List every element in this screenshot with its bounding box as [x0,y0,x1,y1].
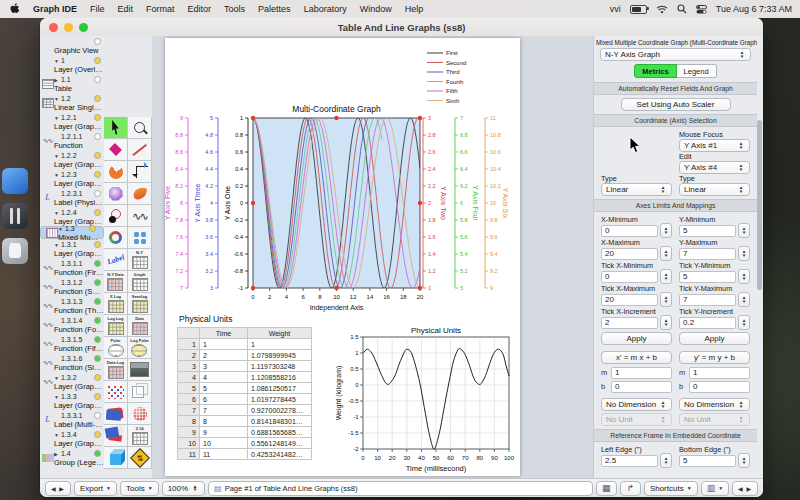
magnify-tool[interactable] [128,117,152,139]
menu-item-edit[interactable]: Edit [118,4,134,14]
dimension-select-right[interactable]: No Dimension [679,398,750,411]
tab-metrics[interactable]: Metrics [634,64,676,78]
arrow-tool[interactable] [104,117,128,139]
graph-tool[interactable]: Graph [128,271,152,293]
battery-icon[interactable] [630,5,647,14]
grid-view-button[interactable]: ▦ [596,481,617,496]
tree-item-1.1[interactable]: ▶1.1Table [40,74,104,93]
stepper[interactable] [738,315,750,330]
polygon-tool[interactable] [104,139,128,161]
tree-item-1.2[interactable]: ▼1.2Linear Single C... [40,93,104,112]
tick_y_maximum-field[interactable]: 7 [679,294,736,306]
folders-tool[interactable] [104,403,128,425]
status-dot[interactable] [94,152,101,159]
tree-item-1.2.2[interactable]: ▼1.2.2Layer (Graph D... [40,150,104,169]
status-dot[interactable] [94,431,101,438]
status-dot[interactable] [94,95,101,102]
arc-tool[interactable] [104,161,128,183]
status-dot[interactable] [94,336,101,343]
menu-item-help[interactable]: Help [405,4,424,14]
reference-book-dropdown[interactable]: ▥▼ [701,481,729,496]
tree-item-1.3.1.4[interactable]: ∿∿1.3.1.4Function (Fourth) [40,315,104,334]
mouse-focus-select[interactable]: Y Axis #1 [679,139,750,152]
tree-item-1.2.3.1[interactable]: L1.2.3.1Label (Physical ... [40,188,104,207]
tick_x_maximum-field[interactable]: 20 [601,294,658,306]
brush-stroke-tool[interactable] [128,183,152,205]
table-row[interactable]: 551.0861250517 [178,383,312,394]
line-tool[interactable] [128,139,152,161]
menu-item-file[interactable]: File [90,4,105,14]
status-dot[interactable] [94,412,101,419]
cube-tool[interactable] [104,447,128,469]
tree-item-1.3.3[interactable]: ▼1.3.3Layer (Graph B... [40,391,104,410]
tree-item-1.2.1[interactable]: ▼1.2.1Layer (Graph D... [40,112,104,131]
status-dot[interactable] [94,38,101,45]
apply-button-left[interactable]: Apply [601,332,672,345]
x-mapping-button[interactable]: x' = m x + b [601,351,672,364]
disclosure-triangle[interactable]: ▶ [54,77,61,83]
log-polar-tool[interactable]: Log Polar [128,337,152,359]
tree-item-1.3.1.3[interactable]: ∿∿1.3.1.3Function (Third) [40,296,104,315]
x_maximum-field[interactable]: 20 [601,248,658,260]
status-dot[interactable] [94,317,101,324]
stepper[interactable] [738,246,750,261]
status-dot[interactable] [94,114,101,121]
title-bar[interactable]: Table And Line Graphs (ss8) [40,18,763,37]
picture-tool[interactable] [128,359,152,381]
wifi-icon[interactable] [656,5,668,14]
shortcuts-dropdown[interactable]: Shortcuts▼ [644,481,698,496]
status-dot[interactable] [94,393,101,400]
circles-tool[interactable] [104,205,128,227]
y_minimum-field[interactable]: 5 [679,225,736,237]
status-dot[interactable] [94,76,101,83]
left-edge-field[interactable]: 2.5 [601,455,658,467]
tree-item-1[interactable]: ▼1Layer (Overlay #1) [40,55,104,74]
menu-item-format[interactable]: Format [146,4,175,14]
status-dot[interactable] [94,133,101,140]
status-dot[interactable] [94,241,101,248]
tree-item-1.3.4[interactable]: ▼1.3.4Layer (Graph F... [40,429,104,448]
disclosure-triangle[interactable]: ▼ [54,96,61,102]
status-dot[interactable] [89,225,96,232]
m-field-right[interactable]: 1 [689,367,750,379]
nav-arrows-right[interactable]: ◀ ▶ [732,481,758,496]
y-mapping-button[interactable]: y' = m y + b [679,351,750,364]
page-field[interactable]: ▤Page #1 of Table And Line Graphs (ss8) [208,481,593,496]
tree-item-1.3[interactable]: ▼1.3Mixed Multiple ... [40,226,104,239]
data-tool[interactable]: Data [128,315,152,337]
tree-item-1.3.3.1[interactable]: L1.3.3.1Label (Multi-Co... [40,410,104,429]
disclosure-triangle[interactable]: ▼ [58,226,65,232]
disclosure-triangle[interactable]: ▼ [54,153,61,159]
b-field-left[interactable]: 0 [611,381,672,393]
sign-tool[interactable] [128,447,152,469]
status-dot[interactable] [94,355,101,362]
table-row[interactable]: 10100.5561248149… [178,438,312,449]
table-row[interactable]: 441.1208558216 [178,372,312,383]
x_minimum-field[interactable]: 0 [601,225,658,237]
menu-item-laboratory[interactable]: Laboratory [304,4,347,14]
tree-item-1.3.1.1[interactable]: ∿∿1.3.1.1Function (First) [40,258,104,277]
table-row[interactable]: 11110.4253241482… [178,449,312,460]
octagon-tool[interactable] [104,183,128,205]
dimension-select-left[interactable]: No Dimension [601,398,672,411]
disclosure-triangle[interactable]: ▼ [54,242,61,248]
tree-item-1.2.3[interactable]: ▼1.2.3Layer (Graph B... [40,169,104,188]
log-log-tool[interactable]: Log Log [104,315,128,337]
type-select-right[interactable]: Linear [679,183,750,196]
apply-button-right[interactable]: Apply [679,332,750,345]
status-dot[interactable] [94,279,101,286]
tick_x_minimum-field[interactable]: 0 [601,271,658,283]
disclosure-triangle[interactable]: ▼ [54,58,61,64]
dock-utilities-icon[interactable] [2,203,28,229]
label-tool[interactable]: Label [104,249,128,271]
folder-stack-tool[interactable] [104,425,128,447]
multi-coordinate-graph[interactable]: Multi-Coordinate GraphFirstSecondThirdFo… [165,40,517,314]
data-log-tool[interactable]: Data Log [104,359,128,381]
table-row[interactable]: 661.0197278445 [178,394,312,405]
menu-item-palettes[interactable]: Palettes [258,4,291,14]
table-row[interactable]: 111 [178,339,312,350]
stepper[interactable] [660,292,672,307]
menu-item-tools[interactable]: Tools [224,4,245,14]
sphere-tool[interactable] [128,403,152,425]
apple-menu-icon[interactable] [10,3,20,15]
